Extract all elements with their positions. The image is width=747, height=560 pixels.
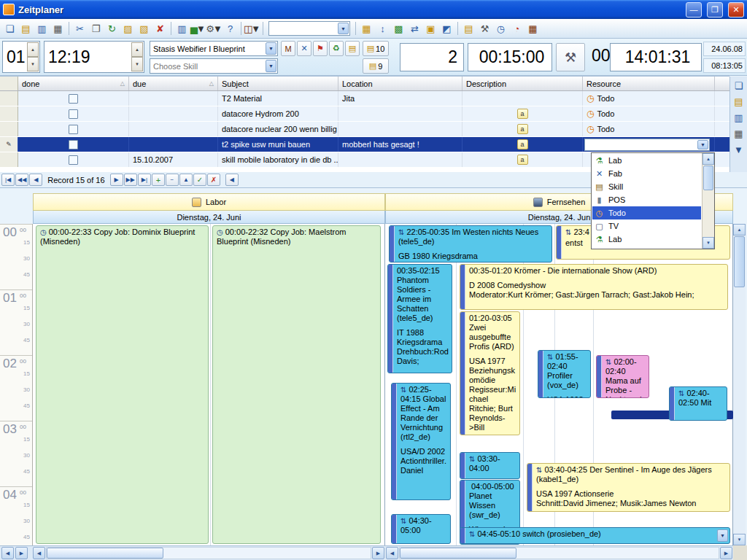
tv-scroll-right-button[interactable]: ▶ [720, 547, 732, 559]
labor-scroll-track[interactable] [46, 547, 371, 559]
done-checkbox[interactable] [69, 125, 78, 134]
table-row[interactable]: datacore nuclear 200 wenn billig a ◷Todo [0, 122, 729, 137]
done-checkbox[interactable] [69, 94, 78, 104]
cut-button[interactable]: ✂ [72, 21, 88, 36]
tv-scroll-left-button[interactable]: ◀ [386, 547, 398, 559]
scroll-down-icon[interactable]: ▼ [733, 534, 746, 545]
runs-field[interactable]: 2 [400, 43, 464, 71]
scroll-down-icon[interactable]: ▼ [703, 237, 714, 249]
table-row[interactable]: datacore Hydrom 200 a ◷Todo [0, 106, 729, 122]
settings-menu-button[interactable]: ⚙▼ [206, 21, 222, 36]
dropdown-item-pos[interactable]: ▮POS [592, 193, 701, 206]
combobox-dropdown-button[interactable]: ▼ [338, 23, 349, 34]
chart2-button[interactable]: ◩ [439, 21, 454, 36]
scroll-thumb[interactable] [734, 236, 745, 287]
save-button[interactable]: ▥ [34, 21, 50, 36]
grid-view-button[interactable]: ▦ [359, 21, 374, 36]
stopwatch-button[interactable]: ◷ [493, 21, 508, 36]
column-header-due[interactable]: due△ [129, 77, 218, 90]
labor-date-header[interactable]: Dienstag, 24. Juni [33, 211, 385, 224]
skill-dropdown-button[interactable]: ▼ [266, 60, 276, 72]
palette-button[interactable]: ▩ [391, 21, 406, 36]
date-button[interactable]: ▦ [525, 21, 541, 36]
note-icon[interactable]: a [517, 109, 528, 119]
clipboard-small-button[interactable]: ▤ [345, 41, 360, 56]
chart-menu-button[interactable]: ▅▼ [190, 21, 206, 36]
report-button[interactable]: ▥ [174, 21, 190, 36]
scroll-thumb[interactable] [47, 548, 163, 559]
tv-event[interactable]: ⇅02:25-04:15 Global Effect - Am Rande de… [391, 383, 451, 500]
new-button[interactable]: ❏ [2, 21, 18, 36]
event-dropdown-button[interactable]: ▼ [717, 529, 728, 542]
tv-scroll-track[interactable] [399, 547, 719, 559]
tv-event[interactable]: ⇅04:45-05:10 switch (prosieben_de) ▼ [460, 527, 730, 544]
tv-event[interactable]: 00:35-01:20 Krömer - Die internationale … [460, 264, 728, 310]
nav-edit-button[interactable]: ▲ [179, 174, 193, 186]
nav-post-button[interactable]: ✓ [193, 174, 206, 186]
maximize-button[interactable]: ❐ [707, 2, 723, 18]
scroll-thumb[interactable] [400, 548, 516, 559]
toolbar-combobox[interactable]: ▼ [268, 21, 350, 36]
tv-event[interactable]: ⇅02:40-02:50 Mit [669, 386, 727, 421]
resource-combo-editor[interactable]: ▼ [584, 139, 710, 151]
dropdown-item-lab[interactable]: ⚗Lab [592, 154, 701, 167]
tv-event[interactable]: ⇅03:40-04:25 Der Sentinel - Im Auge des … [527, 463, 730, 512]
tools-button[interactable]: ⚒ [477, 21, 492, 36]
dropdown-item-tv[interactable]: ▢TV [592, 219, 701, 233]
nav-cancel-button[interactable]: ✗ [207, 174, 220, 186]
spin-up-icon[interactable]: ▲ [27, 42, 39, 57]
calendar-button[interactable]: ▣ [423, 21, 438, 36]
dropdown-item-lab2[interactable]: ⚗Lab [592, 233, 701, 246]
scroll-up-icon[interactable]: ▲ [733, 224, 746, 236]
day-spinner[interactable]: 01 ▲▼ [2, 41, 40, 73]
package-menu-button[interactable]: ◫▼ [244, 21, 260, 36]
spin-up-icon[interactable]: ▲ [131, 42, 143, 57]
labor-event[interactable]: ◷00:00-22:33 Copy Job: Dominix Blueprint… [36, 225, 209, 544]
column-header-description[interactable]: Description [462, 77, 583, 90]
done-checkbox[interactable] [69, 140, 78, 149]
nav-first-button[interactable]: |◀ [1, 174, 15, 186]
note-icon[interactable]: a [517, 124, 528, 134]
h-scroll-right-button[interactable]: ▶ [15, 547, 28, 559]
labor-scroll-left-button[interactable]: ◀ [33, 547, 45, 559]
paste-button[interactable]: ▨ [120, 21, 136, 36]
paste-special-button[interactable]: ▧ [136, 21, 152, 36]
side-save-button[interactable]: ▥ [732, 110, 746, 125]
side-print-button[interactable]: ▦ [732, 126, 746, 141]
nav-more-button[interactable]: ◀ [225, 174, 239, 186]
labor-panel-header[interactable]: Labor [33, 193, 385, 211]
labor-event[interactable]: ◷00:00-22:32 Copy Job: Maelstrom Bluepri… [212, 225, 381, 544]
spin-down-icon[interactable]: ▼ [131, 57, 143, 71]
spin-down-icon[interactable]: ▼ [27, 57, 39, 71]
labor-scroll-right-button[interactable]: ▶ [372, 547, 384, 559]
nav-last-button[interactable]: ▶| [138, 174, 151, 186]
copy-button[interactable]: ❐ [88, 21, 104, 36]
blueprint-dropdown-button[interactable]: ▼ [266, 42, 276, 55]
print-button[interactable]: ▦ [50, 21, 66, 36]
scroll-thumb[interactable] [703, 166, 713, 190]
note-icon[interactable]: a [517, 139, 528, 149]
done-checkbox[interactable] [69, 109, 78, 119]
duration-field[interactable]: 00:15:00 [468, 43, 552, 71]
note-icon[interactable]: a [517, 155, 528, 165]
column-header-resource[interactable]: Resource [583, 77, 715, 90]
nav-next-button[interactable]: ▶ [110, 174, 123, 186]
tools-dialog-button[interactable]: ⚒ [556, 43, 585, 71]
nav-add-button[interactable]: + [152, 174, 165, 186]
sync-button[interactable]: ↻ [104, 21, 120, 36]
nav-prev-button[interactable]: ◀ [29, 174, 42, 186]
nav-nextpage-button[interactable]: ▶▶ [124, 174, 137, 186]
time-spinner[interactable]: 12:19 ▲▼ [44, 41, 144, 73]
delete-button[interactable]: ✘ [152, 21, 168, 36]
dropdown-item-todo-selected[interactable]: ◷Todo [592, 206, 701, 219]
h-scroll-left-button[interactable]: ◀ [1, 547, 14, 559]
minimize-button[interactable]: — [686, 2, 702, 18]
tv-event[interactable]: 00:35-02:15 Phantom Soldiers - Armee im … [387, 264, 452, 373]
sort-button[interactable]: ↕ [375, 21, 390, 36]
column-header-done[interactable]: done△ [18, 77, 129, 90]
column-header-subject[interactable]: Subject [218, 77, 338, 90]
side-more-button[interactable]: ▼ [732, 142, 746, 157]
nav-prevpage-button[interactable]: ◀◀ [15, 174, 28, 186]
done-checkbox[interactable] [69, 155, 78, 165]
tool-x-button[interactable]: ✕ [297, 41, 311, 56]
